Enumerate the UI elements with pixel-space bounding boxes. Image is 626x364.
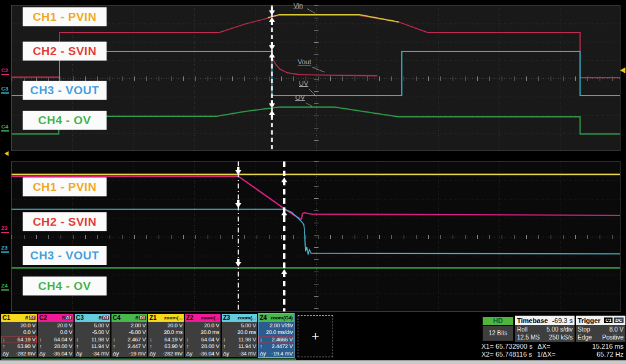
annotation-uv: UV xyxy=(299,80,308,87)
trace-position-marker-c4[interactable]: C4 xyxy=(1,124,9,132)
trigger-level-arrow[interactable] xyxy=(620,67,625,73)
vertical-scale: 5.00 V xyxy=(94,322,109,329)
delta-y-value: -19 mV xyxy=(129,351,146,357)
trace-position-marker-z4[interactable]: Z4 xyxy=(1,283,9,291)
cursor1-arrow-icon: ↓ xyxy=(186,336,189,343)
cursor1-value: 2.467 V xyxy=(127,336,146,343)
descriptor-row: C1 BD1 20.0 V 0.0 V ↓64.19 V ↑63.90 V Δy… xyxy=(1,314,294,357)
zoom-descriptor-z3[interactable]: Z3 zoom(... 5.00 V 20.0 ms ↓11.98 V ↑11.… xyxy=(222,314,257,357)
vertical-offset: 0.0 V xyxy=(23,329,36,335)
delta-y-label: Δy xyxy=(2,351,9,357)
dx-value: 15.216 ms xyxy=(592,343,624,350)
adc-bits-label: 12 Bits xyxy=(483,326,513,341)
vertical-scale: 2.00 V/div xyxy=(270,322,293,329)
channel-descriptor-c3[interactable]: C3 BD1 5.00 V -5.00 V ↓11.98 V ↑11.94 V … xyxy=(75,314,110,357)
cursor2-arrow-icon: ↑ xyxy=(113,343,115,349)
delta-y-label: Δy xyxy=(39,351,45,357)
descriptor-id: Z3 xyxy=(223,314,230,321)
zoom-descriptor-z4-selected[interactable]: Z4 zoom(C4) 2.00 V/div 20.0 ms/div ↓2.46… xyxy=(258,314,294,357)
cursor2-value: 28.00 V xyxy=(54,343,72,349)
descriptor-id: C3 xyxy=(76,314,84,321)
channel-label-ch3-top: CH3 - VOUT xyxy=(23,81,107,100)
trigger-box[interactable]: Trigger C1DC Stop 8.0 V Edge Positive xyxy=(576,316,625,342)
channel-descriptor-c2[interactable]: C2 BD1 20.0 V 0.0 V ↓64.04 V ↑28.00 V Δy… xyxy=(38,314,74,357)
horizontal-scale: 20.0 ms xyxy=(237,329,256,335)
zoom-descriptor-z2[interactable]: Z2 zoom(... 20.0 V 20.0 ms ↓64.04 V ↑28.… xyxy=(185,314,221,357)
annotation-vin: Vin xyxy=(293,2,303,9)
delta-y-value: -34 mV xyxy=(239,351,256,357)
d1-badge: D1 xyxy=(29,316,36,320)
delta-y-label: Δy xyxy=(113,351,119,357)
delta-y-value: -34 mV xyxy=(92,351,109,357)
delta-y-label: Δy xyxy=(76,351,82,357)
channel-descriptor-c1[interactable]: C1 BD1 20.0 V 0.0 V ↓64.19 V ↑63.90 V Δy… xyxy=(1,314,37,357)
cursor2-value: 11.94 V xyxy=(91,343,109,349)
timebase-mode: Roll xyxy=(517,326,527,333)
delta-y-value: -282 mV xyxy=(15,351,36,357)
vertical-offset: -6.00 V xyxy=(129,329,146,335)
cursor1-arrow-icon: ↓ xyxy=(76,336,78,343)
cursor2-value: 2.447 V xyxy=(127,343,146,349)
cursor1-value: 11.98 V xyxy=(238,336,256,343)
channel-label-ch1-top: CH1 - PVIN xyxy=(23,7,107,26)
cursor1-arrow-icon: ↓ xyxy=(2,336,5,343)
cursor1-arrow-icon: ↓ xyxy=(260,336,262,343)
channel-descriptor-c4[interactable]: C4 BD1 2.00 V -6.00 V ↓2.467 V ↑2.447 V … xyxy=(111,314,147,357)
trace-position-marker-c2[interactable]: C2 xyxy=(1,67,9,75)
timebase-box[interactable]: Timebase -69.3 s Roll 5.00 s/div 12.5 MS… xyxy=(515,316,575,342)
cursor2-arrow-icon: ↑ xyxy=(260,343,262,349)
cursor2-arrow-icon: ↑ xyxy=(223,343,225,349)
channel-label-ch1-zoom: CH1 - PVIN xyxy=(23,177,107,196)
x1-value: 65.732900 s xyxy=(496,343,533,350)
delta-y-value: -36.04 V xyxy=(200,351,219,357)
cursor2-arrow-icon: ↑ xyxy=(76,343,78,349)
trigger-level: 8.0 V xyxy=(609,326,624,333)
cursor2-value: 63.90 V xyxy=(17,343,36,349)
cursor1-value: 2.4666 V xyxy=(272,336,293,343)
vertical-scale: 20.0 V xyxy=(167,322,183,329)
horizontal-scale: 20.0 ms/div xyxy=(266,329,293,335)
hd-mode-badge[interactable]: HD xyxy=(483,317,513,325)
cursor1-arrow-icon: ↓ xyxy=(223,336,225,343)
cursor2-value: 11.94 V xyxy=(238,343,256,349)
zoom-descriptor-z1[interactable]: Z1 zoom(... 20.0 V 20.0 ms ↓64.19 V ↑63.… xyxy=(148,314,184,357)
d1-badge: D1 xyxy=(139,316,146,320)
channel-label-ch3-zoom: CH3 - VOUT xyxy=(23,246,107,265)
zoom-source: zoom(... xyxy=(164,315,183,321)
timebase-delay: -69.3 s xyxy=(552,317,573,324)
channel-label-ch4-top: CH4 - OV xyxy=(23,111,107,130)
descriptor-id: Z2 xyxy=(186,314,194,321)
add-trace-button[interactable]: + xyxy=(298,315,333,357)
trace-position-marker-c3[interactable]: C3 xyxy=(1,86,9,94)
trigger-title: Trigger xyxy=(578,317,600,324)
cursor1-value: 64.19 V xyxy=(164,336,183,343)
descriptor-id: C4 xyxy=(113,314,121,321)
delta-y-value: -282 mV xyxy=(162,351,183,357)
channel-label-ch2-zoom: CH2 - SVIN xyxy=(23,212,107,231)
cursor2-arrow-icon: ↑ xyxy=(2,343,5,349)
trace-position-marker-z3[interactable]: Z3 xyxy=(1,245,9,253)
annotation-leader-lines xyxy=(306,9,325,106)
trigger-state: Stop xyxy=(578,326,590,333)
bandwidth-badge: B xyxy=(25,316,28,320)
trigger-source-badge: C1 xyxy=(604,318,613,323)
trace-vout-decay xyxy=(273,59,377,76)
cursor2-arrow-icon: ↑ xyxy=(186,343,189,349)
trigger-slope: Positive xyxy=(602,334,624,341)
horizontal-scale: 20.0 ms xyxy=(200,329,219,335)
trigger-coupling-badge: DC xyxy=(614,318,624,323)
vertical-offset: 0.0 V xyxy=(60,329,72,335)
x2-value: 65.748116 s xyxy=(496,351,532,358)
cursor1-arrow-icon: ↓ xyxy=(149,336,152,343)
channel-label-ch2-top: CH2 - SVIN xyxy=(23,42,107,61)
bandwidth-badge: B xyxy=(135,316,138,320)
timebase-scale: 5.00 s/div xyxy=(546,326,573,333)
descriptor-id: Z4 xyxy=(260,314,267,321)
vertical-scale: 20.0 V xyxy=(20,322,36,329)
bandwidth-badge: B xyxy=(62,316,65,320)
cursor1-value: 64.04 V xyxy=(54,336,72,343)
trace-position-marker-z2[interactable]: Z2 xyxy=(1,225,9,233)
cursor-readout: X1= 65.732900 s ΔX= 15.216 ms X2= 65.748… xyxy=(481,342,626,358)
delta-y-label: Δy xyxy=(260,351,266,357)
cursor2-value: 63.90 V xyxy=(164,343,183,349)
